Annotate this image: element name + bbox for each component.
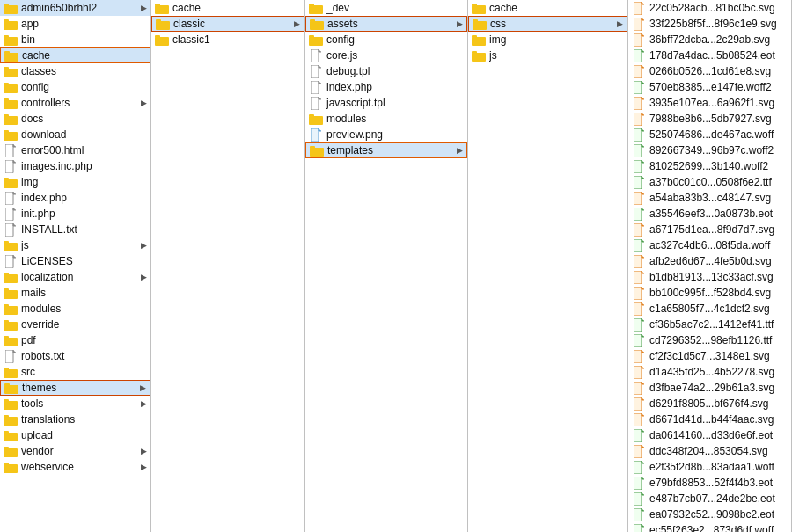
svg-rect-67 xyxy=(311,81,319,94)
file-item-f1[interactable]: 22c0528acb...81bc05c.svg xyxy=(628,0,791,16)
file-item-f3[interactable]: 36bff72dcba...2c29ab.svg xyxy=(628,32,791,47)
file-item-f30[interactable]: e2f35f2d8b...83adaa1.woff xyxy=(628,459,791,475)
file-item-javascript_tpl[interactable]: javascript.tpl xyxy=(305,95,467,111)
file-item-init_php[interactable]: init.php xyxy=(0,206,150,222)
file-item-licenses[interactable]: LiCENSES xyxy=(0,253,150,269)
file-item-f17[interactable]: afb2ed6d67...4fe5b0d.svg xyxy=(628,253,791,269)
file-item-js[interactable]: js▶ xyxy=(0,237,150,253)
column-3: _devassets▶configcore.jsdebug.tplindex.p… xyxy=(305,0,468,532)
file-item-f27[interactable]: d6671d41d...b44f4aac.svg xyxy=(628,412,791,427)
file-item-f7[interactable]: 3935e107ea...6a962f1.svg xyxy=(628,95,791,111)
file-item-f11[interactable]: 810252699...3b140.woff2 xyxy=(628,158,791,174)
file-item-js2[interactable]: js xyxy=(468,47,627,63)
file-icon xyxy=(632,96,646,110)
file-item-f34[interactable]: ec55f263e2...873d6df.woff xyxy=(628,522,791,532)
svg-rect-24 xyxy=(5,223,13,237)
file-item-bin[interactable]: bin xyxy=(0,32,150,47)
file-item-css[interactable]: css▶ xyxy=(468,16,627,32)
file-item-index_php[interactable]: index.php xyxy=(0,190,150,206)
file-item-docs[interactable]: docs xyxy=(0,111,150,127)
file-item-modules2[interactable]: modules xyxy=(305,111,467,127)
file-item-f12[interactable]: a37b0c01c0...0508f6e2.ttf xyxy=(628,174,791,190)
file-item-cache3[interactable]: cache xyxy=(468,0,627,16)
file-item-config[interactable]: config xyxy=(0,79,150,95)
file-item-_dev[interactable]: _dev xyxy=(305,0,467,16)
file-item-classic[interactable]: classic▶ xyxy=(151,16,304,32)
file-item-config2[interactable]: config xyxy=(305,32,467,47)
file-item-f2[interactable]: 33f225b8f5f...8f96c1e9.svg xyxy=(628,16,791,32)
svg-rect-91 xyxy=(634,144,642,157)
file-item-img[interactable]: img xyxy=(0,174,150,190)
file-item-classic1[interactable]: classic1 xyxy=(151,32,304,47)
file-item-admin650brhhl2[interactable]: admin650brhhl2▶ xyxy=(0,0,150,16)
svg-rect-86 xyxy=(634,65,642,78)
file-item-f32[interactable]: e487b7cb07...24de2be.eot xyxy=(628,491,791,506)
file-item-f16[interactable]: ac327c4db6...08f5da.woff xyxy=(628,237,791,253)
file-item-f15[interactable]: a67175d1ea...8f9d7d7.svg xyxy=(628,222,791,237)
item-label: controllers xyxy=(21,97,141,109)
file-item-download[interactable]: download xyxy=(0,127,150,142)
file-item-themes[interactable]: themes▶ xyxy=(0,380,150,396)
file-item-cache2[interactable]: cache xyxy=(151,0,304,16)
file-item-index_php2[interactable]: index.php xyxy=(305,79,467,95)
file-item-f6[interactable]: 570eb8385...e147fe.woff2 xyxy=(628,79,791,95)
file-item-upload[interactable]: upload xyxy=(0,427,150,443)
file-item-debug_tpl[interactable]: debug.tpl xyxy=(305,63,467,79)
file-item-f33[interactable]: ea07932c52...9098bc2.eot xyxy=(628,506,791,522)
file-icon xyxy=(632,412,646,426)
file-item-f14[interactable]: a35546eef3...0a0873b.eot xyxy=(628,206,791,222)
file-item-img2[interactable]: img xyxy=(468,32,627,47)
svg-rect-57 xyxy=(155,37,169,46)
file-item-app[interactable]: app xyxy=(0,16,150,32)
file-item-mails[interactable]: mails xyxy=(0,285,150,301)
file-item-preview_png[interactable]: preview.png xyxy=(305,127,467,142)
file-item-tools[interactable]: tools▶ xyxy=(0,396,150,412)
file-item-f28[interactable]: da0614160...d33d6e6f.eot xyxy=(628,427,791,443)
file-item-f26[interactable]: d6291f8805...bf676f4.svg xyxy=(628,396,791,412)
file-item-f4[interactable]: 178d7a4dac...5b08524.eot xyxy=(628,47,791,63)
file-item-vendor[interactable]: vendor▶ xyxy=(0,443,150,459)
file-item-f9[interactable]: 525074686...de467ac.woff xyxy=(628,127,791,142)
svg-rect-2 xyxy=(4,21,18,30)
folder-icon xyxy=(4,444,18,458)
svg-rect-82 xyxy=(634,2,642,15)
file-item-override[interactable]: override xyxy=(0,317,150,332)
file-item-templates[interactable]: templates▶ xyxy=(305,142,467,158)
file-item-classes[interactable]: classes xyxy=(0,63,150,79)
file-item-f18[interactable]: b1db81913...13c33acf.svg xyxy=(628,269,791,285)
svg-rect-29 xyxy=(4,273,9,275)
file-item-f23[interactable]: cf2f3c1d5c7...3148e1.svg xyxy=(628,348,791,364)
file-item-cache[interactable]: cache xyxy=(0,47,150,63)
file-item-f19[interactable]: bb100c995f...f528bd4.svg xyxy=(628,285,791,301)
svg-rect-31 xyxy=(4,288,9,291)
file-item-controllers[interactable]: controllers▶ xyxy=(0,95,150,111)
file-item-modules[interactable]: modules xyxy=(0,301,150,317)
file-item-src[interactable]: src xyxy=(0,364,150,380)
item-label: index.php xyxy=(21,192,147,204)
file-item-f25[interactable]: d3fbae74a2...29b61a3.svg xyxy=(628,380,791,396)
file-item-f5[interactable]: 0266b0526...1cd61e8.svg xyxy=(628,63,791,79)
file-item-core_js[interactable]: core.js xyxy=(305,47,467,63)
file-item-f20[interactable]: c1a65805f7...4c1dcf2.svg xyxy=(628,301,791,317)
file-item-localization[interactable]: localization▶ xyxy=(0,269,150,285)
file-item-images_inc[interactable]: images.inc.php xyxy=(0,158,150,174)
svg-rect-1 xyxy=(4,4,9,6)
file-item-f8[interactable]: 7988be8b6...5db7927.svg xyxy=(628,111,791,127)
file-item-f21[interactable]: cf36b5ac7c2...1412ef41.ttf xyxy=(628,317,791,332)
file-item-f31[interactable]: e79bfd8853...52f4f4b3.eot xyxy=(628,475,791,491)
file-item-f22[interactable]: cd7296352...98efb1126.ttf xyxy=(628,332,791,348)
svg-rect-9 xyxy=(4,67,9,69)
file-item-translations[interactable]: translations xyxy=(0,412,150,427)
file-item-assets[interactable]: assets▶ xyxy=(305,16,467,32)
file-item-error500[interactable]: error500.html xyxy=(0,142,150,158)
file-item-pdf[interactable]: pdf xyxy=(0,332,150,348)
item-label: a37b0c01c0...0508f6e2.ttf xyxy=(649,176,788,188)
file-item-robots_txt[interactable]: robots.txt xyxy=(0,348,150,364)
svg-rect-61 xyxy=(310,21,324,30)
file-item-f10[interactable]: 892667349...96b97c.woff2 xyxy=(628,142,791,158)
file-item-f24[interactable]: d1a435fd25...4b52278.svg xyxy=(628,364,791,380)
file-item-f13[interactable]: a54aba83b3...c48147.svg xyxy=(628,190,791,206)
file-item-f29[interactable]: ddc348f204...853054.svg xyxy=(628,443,791,459)
file-item-webservice[interactable]: webservice▶ xyxy=(0,459,150,475)
file-item-install_txt[interactable]: INSTALL.txt xyxy=(0,222,150,237)
